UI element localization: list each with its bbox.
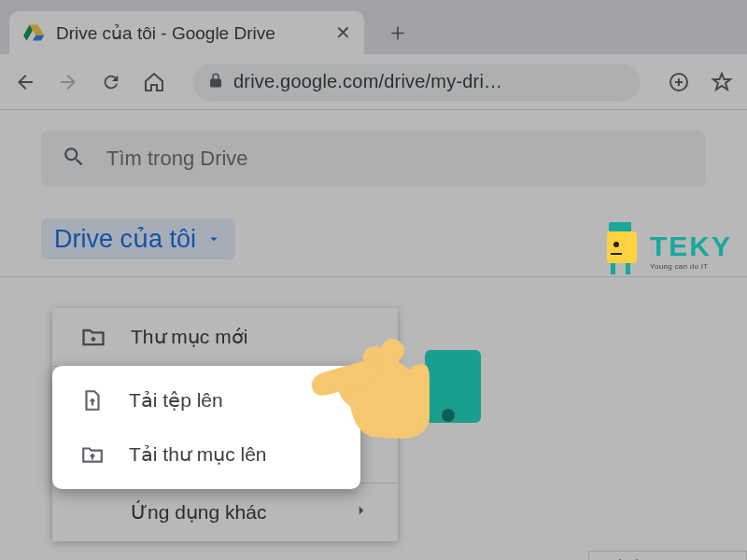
browser-tab-strip: Drive của tôi - Google Drive ✕ ＋: [0, 0, 747, 54]
browser-toolbar: drive.google.com/drive/my-dri…: [0, 54, 747, 110]
chevron-right-icon: [353, 501, 370, 524]
upload-folder-icon: [80, 442, 105, 467]
breadcrumb-my-drive[interactable]: Drive của tôi: [41, 218, 235, 259]
menu-upload-folder-label: Tải thư mục lên: [129, 443, 267, 466]
reload-icon[interactable]: [99, 70, 123, 94]
menu-more-apps-label: Ứng dụng khác: [131, 501, 266, 524]
svg-rect-8: [626, 263, 630, 274]
svg-rect-5: [607, 231, 637, 263]
home-icon[interactable]: [142, 70, 166, 94]
document-thumbnail[interactable]: "Cách tải file ảnh, up video, tập tin lê…: [588, 551, 747, 560]
menu-new-folder-label: Thư mục mới: [131, 326, 247, 348]
add-page-icon[interactable]: [667, 70, 691, 94]
search-icon: [62, 145, 86, 173]
menu-more-apps[interactable]: Ứng dụng khác: [52, 483, 398, 541]
back-icon[interactable]: [13, 70, 37, 94]
svg-point-6: [613, 242, 619, 247]
search-input[interactable]: [106, 147, 685, 171]
url-text: drive.google.com/drive/my-dri…: [233, 71, 502, 92]
forward-icon[interactable]: [56, 70, 80, 94]
browser-tab[interactable]: Drive của tôi - Google Drive ✕: [9, 11, 364, 54]
mascot-icon: [601, 222, 644, 278]
tab-title: Drive của tôi - Google Drive: [56, 22, 324, 44]
address-bar[interactable]: drive.google.com/drive/my-dri…: [192, 63, 641, 101]
new-tab-button[interactable]: ＋: [381, 15, 415, 49]
upload-file-icon: [80, 388, 105, 413]
drive-search[interactable]: [41, 131, 706, 187]
close-tab-icon[interactable]: ✕: [335, 21, 351, 44]
breadcrumb-label: Drive của tôi: [54, 224, 196, 254]
teky-logo: TEKY Young can do IT: [601, 222, 732, 278]
star-icon[interactable]: [710, 70, 734, 94]
chevron-down-icon: [205, 231, 222, 247]
svg-point-2: [442, 409, 455, 422]
menu-upload-file-label: Tải tệp lên: [129, 389, 223, 412]
pointing-hand-icon: [299, 308, 486, 470]
logo-tagline: Young can do IT: [650, 262, 732, 271]
new-folder-icon: [80, 324, 106, 350]
drive-favicon-icon: [22, 21, 45, 44]
logo-brand: TEKY: [650, 231, 732, 262]
svg-rect-7: [611, 263, 615, 274]
lock-icon: [207, 72, 224, 92]
